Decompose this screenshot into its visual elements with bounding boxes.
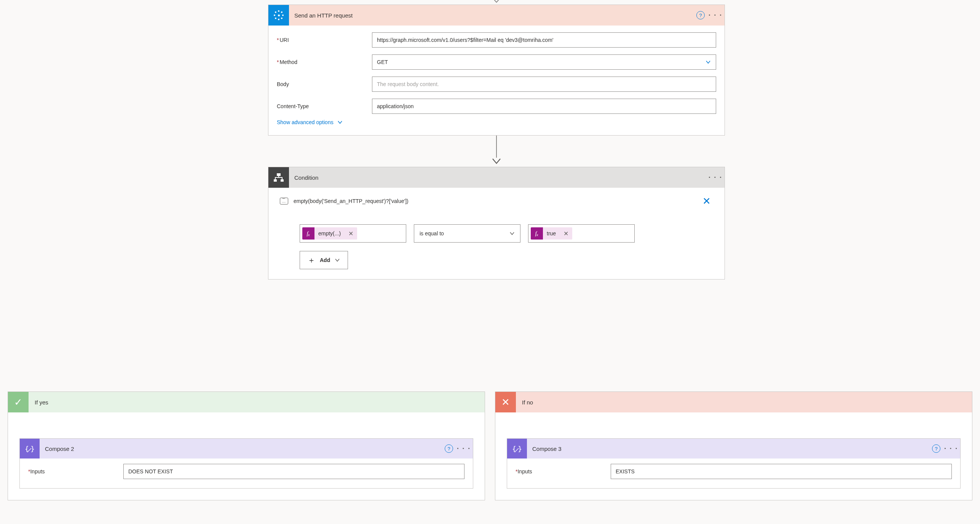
close-icon[interactable]: ✕ — [702, 196, 713, 206]
inputs-label: *Inputs — [516, 468, 611, 474]
checkmark-icon: ✓ — [8, 392, 29, 412]
chevron-down-icon — [335, 257, 340, 263]
condition-right-operand[interactable]: true ✕ — [528, 224, 635, 243]
chevron-down-icon — [337, 120, 343, 125]
compose-icon: {/} — [507, 439, 527, 458]
condition-left-operand[interactable]: empty(...) ✕ — [300, 224, 406, 243]
condition-title: Condition — [289, 174, 706, 181]
left-token-label: empty(...) — [314, 230, 345, 236]
uri-input[interactable] — [372, 32, 716, 48]
help-button[interactable]: ? — [931, 443, 942, 454]
add-condition-button[interactable]: ＋ Add — [300, 251, 348, 269]
compose-inputs-field[interactable] — [123, 464, 464, 479]
more-menu-button[interactable]: · · · — [706, 173, 725, 182]
if-yes-title: If yes — [29, 399, 48, 406]
condition-operator-select[interactable]: is equal to — [414, 224, 520, 243]
flow-connector — [268, 136, 725, 167]
http-action-title: Send an HTTP request — [289, 12, 695, 19]
inputs-label: *Inputs — [28, 468, 123, 474]
body-input[interactable] — [372, 77, 716, 92]
condition-action[interactable]: Condition · · · … empty(body('Send_an_HT… — [268, 167, 725, 280]
remove-token-icon[interactable]: ✕ — [345, 230, 357, 237]
arrow-down-icon — [491, 158, 502, 165]
compose-action[interactable]: {/} Compose 2 ? · · · *Inputs — [19, 438, 473, 489]
compose-title: Compose 3 — [527, 446, 931, 452]
plus-icon: ＋ — [308, 255, 315, 265]
compose-title: Compose 2 — [40, 446, 443, 452]
right-token-label: true — [543, 230, 560, 236]
more-menu-button[interactable]: · · · — [455, 444, 473, 453]
fx-icon — [531, 227, 543, 240]
method-label: *Method — [277, 59, 372, 65]
fx-icon — [302, 227, 314, 240]
uri-label: *URI — [277, 37, 372, 43]
http-request-action[interactable]: Send an HTTP request ? · · · *URI *Metho… — [268, 5, 725, 136]
operator-label: is equal to — [420, 230, 444, 236]
compose-inputs-field[interactable] — [611, 464, 952, 479]
remove-token-icon[interactable]: ✕ — [560, 230, 572, 237]
x-icon: ✕ — [495, 392, 516, 412]
if-no-branch[interactable]: ✕ If no {/} Compose 3 ? · · · *Inputs — [495, 391, 972, 500]
peek-code-icon[interactable]: … — [280, 198, 288, 204]
content-type-label: Content-Type — [277, 103, 372, 109]
help-button[interactable]: ? — [695, 10, 706, 21]
chevron-down-icon[interactable] — [705, 54, 711, 70]
chevron-down-icon — [509, 231, 515, 236]
method-select[interactable] — [372, 54, 716, 70]
body-label: Body — [277, 81, 372, 87]
compose-action[interactable]: {/} Compose 3 ? · · · *Inputs — [507, 438, 961, 489]
if-no-title: If no — [516, 399, 533, 406]
compose-icon: {/} — [20, 439, 40, 458]
more-menu-button[interactable]: · · · — [706, 11, 725, 19]
show-advanced-options-link[interactable]: Show advanced options — [277, 118, 716, 132]
help-button[interactable]: ? — [443, 443, 455, 454]
http-action-icon — [268, 5, 289, 26]
condition-icon — [268, 167, 289, 188]
more-menu-button[interactable]: · · · — [942, 444, 960, 453]
condition-expression: empty(body('Send_an_HTTP_request')?['val… — [294, 198, 697, 204]
content-type-input[interactable] — [372, 99, 716, 114]
if-yes-branch[interactable]: ✓ If yes {/} Compose 2 ? · · · *Inputs — [8, 391, 485, 500]
